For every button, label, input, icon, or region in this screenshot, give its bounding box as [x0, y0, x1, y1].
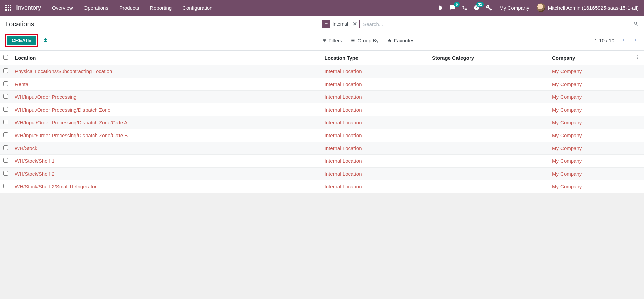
table-row[interactable]: WH/Input/Order Processing/Dispatch Zone/… [0, 116, 644, 129]
search-icon[interactable] [633, 21, 639, 27]
row-checkbox[interactable] [3, 171, 8, 176]
row-checkbox[interactable] [3, 107, 8, 112]
company-link[interactable]: My Company [552, 158, 582, 164]
type-link[interactable]: Internal Location [325, 132, 362, 138]
svg-rect-3 [5, 7, 7, 8]
debug-icon[interactable] [437, 5, 443, 11]
svg-rect-5 [10, 7, 11, 8]
messages-icon[interactable]: 5 [449, 5, 455, 11]
activities-icon[interactable]: 31 [474, 5, 480, 11]
type-link[interactable]: Internal Location [325, 158, 362, 164]
facet-label: Internal [330, 21, 351, 27]
location-link[interactable]: Rental [15, 81, 29, 87]
type-link[interactable]: Internal Location [325, 145, 362, 151]
company-link[interactable]: My Company [552, 132, 582, 138]
category-cell [429, 103, 549, 116]
category-cell [429, 155, 549, 168]
row-checkbox[interactable] [3, 120, 8, 124]
row-checkbox[interactable] [3, 94, 8, 99]
menu-operations[interactable]: Operations [84, 5, 108, 11]
search-input[interactable] [362, 21, 631, 28]
location-link[interactable]: WH/Input/Order Processing/Dispatch Zone/… [15, 132, 128, 138]
facet-remove[interactable]: ✕ [351, 21, 359, 27]
row-checkbox[interactable] [3, 68, 8, 73]
menu-overview[interactable]: Overview [52, 5, 73, 11]
pager-prev[interactable] [620, 37, 626, 44]
groupby-dropdown[interactable]: Group By [351, 37, 378, 44]
tools-icon[interactable] [486, 5, 492, 11]
filter-icon [323, 20, 330, 28]
apps-menu-icon[interactable] [5, 5, 11, 11]
company-switcher[interactable]: My Company [499, 5, 529, 11]
row-checkbox[interactable] [3, 145, 8, 150]
messages-badge: 5 [454, 2, 460, 7]
company-link[interactable]: My Company [552, 107, 582, 113]
th-company[interactable]: Company [549, 51, 631, 65]
location-link[interactable]: WH/Input/Order Processing [15, 94, 76, 100]
row-checkbox[interactable] [3, 184, 8, 188]
type-link[interactable]: Internal Location [325, 171, 362, 177]
company-link[interactable]: My Company [552, 68, 582, 74]
filters-dropdown[interactable]: Filters [322, 37, 342, 44]
type-link[interactable]: Internal Location [325, 107, 362, 113]
phone-icon[interactable] [462, 5, 468, 11]
select-all-checkbox[interactable] [3, 55, 8, 60]
table-row[interactable]: WH/Stock/Shelf 2/Small RefrigeratorInter… [0, 180, 644, 193]
create-button[interactable]: CREATE [7, 36, 36, 45]
th-category[interactable]: Storage Category [429, 51, 549, 65]
menu-products[interactable]: Products [119, 5, 139, 11]
pager-next[interactable] [633, 37, 639, 44]
table-row[interactable]: Physical Locations/Subcontracting Locati… [0, 65, 644, 78]
table-row[interactable]: WH/Input/Order Processing/Dispatch ZoneI… [0, 103, 644, 116]
table-row[interactable]: RentalInternal LocationMy Company [0, 78, 644, 91]
user-menu[interactable]: Mitchell Admin (16165925-saas-15-1-all) [537, 3, 639, 12]
location-link[interactable]: WH/Stock/Shelf 2/Small Refrigerator [15, 184, 97, 189]
svg-rect-7 [8, 9, 9, 11]
location-link[interactable]: WH/Input/Order Processing/Dispatch Zone [15, 107, 110, 113]
category-cell [429, 168, 549, 180]
row-checkbox[interactable] [3, 132, 8, 137]
table-row[interactable]: WH/Stock/Shelf 1Internal LocationMy Comp… [0, 155, 644, 168]
columns-menu-icon[interactable] [635, 55, 640, 61]
location-link[interactable]: WH/Stock/Shelf 1 [15, 158, 55, 164]
company-link[interactable]: My Company [552, 81, 582, 87]
category-cell [429, 78, 549, 91]
company-link[interactable]: My Company [552, 120, 582, 125]
table-row[interactable]: WH/Input/Order Processing/Dispatch Zone/… [0, 129, 644, 142]
row-checkbox[interactable] [3, 81, 8, 86]
control-panel: Locations Internal ✕ CREATE [0, 16, 644, 51]
type-link[interactable]: Internal Location [325, 94, 362, 100]
category-cell [429, 180, 549, 193]
company-link[interactable]: My Company [552, 171, 582, 177]
type-link[interactable]: Internal Location [325, 81, 362, 87]
location-link[interactable]: WH/Stock/Shelf 2 [15, 171, 55, 177]
location-link[interactable]: WH/Input/Order Processing/Dispatch Zone/… [15, 120, 127, 125]
table-row[interactable]: WH/StockInternal LocationMy Company [0, 142, 644, 155]
create-highlight: CREATE [5, 34, 38, 47]
pager-value[interactable]: 1-10 / 10 [595, 38, 614, 43]
table-row[interactable]: WH/Stock/Shelf 2Internal LocationMy Comp… [0, 168, 644, 180]
company-link[interactable]: My Company [552, 94, 582, 100]
type-link[interactable]: Internal Location [325, 68, 362, 74]
breadcrumb: Locations [5, 20, 34, 28]
type-link[interactable]: Internal Location [325, 184, 362, 189]
svg-rect-2 [10, 5, 11, 6]
location-link[interactable]: WH/Stock [15, 145, 37, 151]
company-link[interactable]: My Company [552, 145, 582, 151]
export-button[interactable] [43, 37, 48, 44]
location-link[interactable]: Physical Locations/Subcontracting Locati… [15, 68, 112, 74]
menu-reporting[interactable]: Reporting [150, 5, 172, 11]
table-row[interactable]: WH/Input/Order ProcessingInternal Locati… [0, 91, 644, 103]
row-checkbox[interactable] [3, 158, 8, 163]
app-brand[interactable]: Inventory [16, 4, 41, 11]
th-location[interactable]: Location [11, 51, 321, 65]
svg-rect-6 [5, 9, 7, 11]
type-link[interactable]: Internal Location [325, 120, 362, 125]
search-facet: Internal ✕ [322, 20, 360, 28]
svg-point-11 [637, 58, 638, 59]
favorites-dropdown[interactable]: Favorites [387, 37, 415, 44]
company-link[interactable]: My Company [552, 184, 582, 189]
search-bar[interactable]: Internal ✕ [322, 20, 639, 29]
th-type[interactable]: Location Type [321, 51, 429, 65]
menu-configuration[interactable]: Configuration [182, 5, 212, 11]
